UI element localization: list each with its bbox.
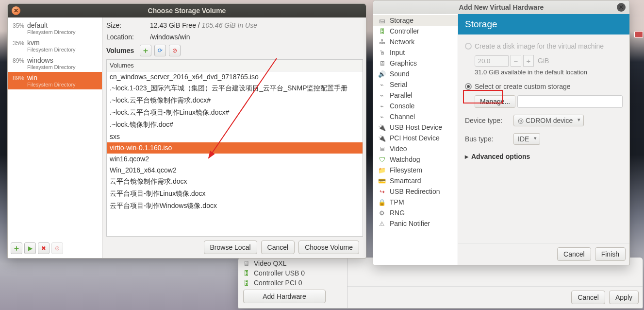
- hw-type-label: Smartcard: [390, 177, 421, 185]
- device-icon: 🎛: [243, 269, 250, 277]
- form-section-title: Storage: [458, 14, 629, 34]
- pool-subtitle: Filesystem Directory: [27, 29, 76, 35]
- add-hardware-button[interactable]: Add Hardware: [243, 290, 326, 303]
- vm-device-item[interactable]: 🖥Video QXL: [238, 258, 347, 268]
- pool-item[interactable]: 89%winFilesystem Directory: [8, 72, 102, 89]
- radio-icon: [465, 83, 472, 90]
- hardware-type-item[interactable]: 🔌USB Host Device: [373, 122, 458, 133]
- refresh-button[interactable]: ⟳: [154, 45, 166, 56]
- browse-local-button[interactable]: Browse Local: [204, 241, 257, 254]
- stop-pool-button[interactable]: ✖: [38, 242, 50, 254]
- hardware-type-item[interactable]: 💳Smartcard: [373, 175, 458, 186]
- radio-custom-storage[interactable]: Select or create custom storage: [465, 81, 623, 92]
- hw-type-label: Filesystem: [390, 166, 422, 174]
- radio-icon: [465, 43, 472, 50]
- hw-type-label: Parallel: [390, 91, 413, 99]
- radio-create-disk[interactable]: Create a disk image for the virtual mach…: [465, 40, 623, 52]
- add-volume-button[interactable]: ＋: [140, 45, 151, 56]
- start-pool-button[interactable]: ▶: [24, 242, 36, 254]
- advanced-options-toggle[interactable]: Advanced options: [465, 153, 623, 160]
- hardware-type-item[interactable]: ⌁Channel: [373, 111, 458, 122]
- hw-type-icon: 🔌: [378, 135, 386, 142]
- volume-row[interactable]: 云平台项目-制作Linux镜像.docx: [107, 188, 363, 200]
- choose-volume-button[interactable]: Choose Volume: [298, 241, 359, 254]
- vm-device-item[interactable]: 🎛Controller PCI 0: [238, 278, 347, 288]
- vm-cancel-button[interactable]: Cancel: [571, 291, 605, 304]
- storage-path-input[interactable]: [517, 95, 623, 108]
- hardware-type-item[interactable]: ⚙RNG: [373, 207, 458, 218]
- hardware-type-item[interactable]: ⌁Serial: [373, 79, 458, 90]
- device-icon: 🖥: [243, 259, 250, 267]
- hardware-type-item[interactable]: 🖥Graphics: [373, 58, 458, 69]
- volume-row[interactable]: .~lock.云平台项目-制作Linux镜像.docx#: [107, 107, 363, 119]
- volume-row[interactable]: win16.qcow2: [107, 154, 363, 165]
- volume-row[interactable]: sxs: [107, 131, 363, 142]
- hardware-type-item[interactable]: 🖴Storage: [373, 15, 458, 26]
- hw-type-icon: ↪: [378, 188, 386, 195]
- hw-type-label: Channel: [390, 113, 415, 121]
- device-type-select[interactable]: ◎CDROM device: [513, 115, 584, 126]
- device-label: Video QXL: [254, 259, 286, 267]
- size-label: Size:: [106, 21, 140, 29]
- disk-size-spinner: − + GiB: [475, 55, 623, 67]
- hw-type-icon: 📁: [378, 167, 386, 174]
- hardware-type-item[interactable]: 🔌PCI Host Device: [373, 133, 458, 143]
- hardware-type-item[interactable]: 🛡Watchdog: [373, 154, 458, 165]
- pool-subtitle: Filesystem Directory: [27, 64, 76, 70]
- vm-apply-button[interactable]: Apply: [609, 291, 639, 304]
- cancel-button[interactable]: Cancel: [261, 241, 295, 254]
- hardware-type-item[interactable]: 📁Filesystem: [373, 165, 458, 175]
- pool-usage: 35%: [10, 39, 24, 47]
- hardware-type-item[interactable]: ⌁Console: [373, 101, 458, 111]
- pool-name: default: [27, 21, 76, 29]
- add-pool-button[interactable]: ＋: [11, 242, 22, 254]
- pool-subtitle: Filesystem Directory: [27, 82, 76, 87]
- pool-usage: 89%: [10, 56, 24, 64]
- hardware-type-item[interactable]: 🔒TPM: [373, 197, 458, 207]
- dialog-titlebar: Choose Storage Volume ✕: [8, 4, 366, 17]
- hw-type-icon: ⌁: [378, 92, 386, 99]
- hardware-type-item[interactable]: 🖱Input: [373, 47, 458, 58]
- hw-type-icon: 🖥: [378, 60, 386, 67]
- pool-name: win: [27, 74, 76, 82]
- pool-usage: 35%: [10, 21, 24, 29]
- minus-button: −: [511, 55, 521, 67]
- delete-pool-button[interactable]: ⊘: [51, 242, 63, 254]
- hardware-type-item[interactable]: 🔊Sound: [373, 69, 458, 79]
- hardware-type-item[interactable]: ⌁Parallel: [373, 90, 458, 101]
- volume-row[interactable]: cn_windows_server_2016_x64_dvd_9718765.i…: [107, 71, 363, 83]
- plus-button: +: [523, 55, 534, 67]
- pool-usage: 89%: [10, 74, 24, 82]
- hardware-type-item[interactable]: ↪USB Redirection: [373, 186, 458, 197]
- pool-item[interactable]: 35%kvmFilesystem Directory: [8, 37, 102, 54]
- hardware-type-item[interactable]: 🖧Network: [373, 36, 458, 47]
- hw-type-label: Serial: [390, 81, 407, 88]
- close-icon[interactable]: ✕: [617, 3, 626, 12]
- volume-row[interactable]: .~lock.镜像制作.doc#: [107, 119, 363, 131]
- bus-type-select[interactable]: IDE: [513, 133, 540, 145]
- manage-button[interactable]: Manage...: [475, 95, 515, 108]
- close-icon[interactable]: ✕: [12, 6, 20, 15]
- pool-list: 35%defaultFilesystem Directory35%kvmFile…: [8, 17, 102, 258]
- add-hw-cancel-button[interactable]: Cancel: [557, 247, 591, 261]
- disk-size-unit: GiB: [538, 57, 549, 65]
- volume-row[interactable]: 云平台项目-制作Windows镜像.docx: [107, 200, 363, 212]
- volume-row[interactable]: virtio-win-0.1.160.iso: [107, 142, 363, 154]
- volume-row[interactable]: Win_2016_x64.qcow2: [107, 165, 363, 176]
- hardware-type-item[interactable]: 🎛Controller: [373, 26, 458, 36]
- hardware-type-item[interactable]: ⚠Panic Notifier: [373, 218, 458, 229]
- hw-type-icon: 🎛: [378, 28, 386, 35]
- volume-row[interactable]: .~lock.1-023_国际汽车城（集团）云平台建设项目_云平台_SNMP监控…: [107, 83, 363, 95]
- pool-item[interactable]: 35%defaultFilesystem Directory: [8, 19, 102, 37]
- volume-row[interactable]: .~lock.云平台镜像制作需求.docx#: [107, 95, 363, 107]
- vm-device-item[interactable]: 🎛Controller USB 0: [238, 268, 347, 278]
- delete-volume-button[interactable]: ⊘: [169, 45, 181, 56]
- hw-type-label: Panic Notifier: [390, 220, 430, 227]
- hardware-type-item[interactable]: 🖥Video: [373, 143, 458, 154]
- volume-list[interactable]: Volumes cn_windows_server_2016_x64_dvd_9…: [106, 59, 363, 237]
- volume-row[interactable]: 云平台镜像制作需求.docx: [107, 176, 363, 188]
- hw-type-icon: 🖧: [378, 38, 386, 46]
- add-hw-finish-button[interactable]: Finish: [595, 247, 626, 261]
- hw-type-label: USB Redirection: [390, 188, 440, 195]
- pool-item[interactable]: 89%windowsFilesystem Directory: [8, 54, 102, 72]
